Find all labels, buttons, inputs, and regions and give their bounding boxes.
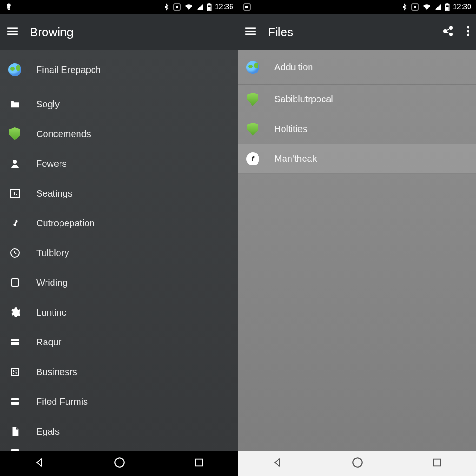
svg-rect-1 — [8, 9, 10, 10]
phone-right: 12:30 Files Addultion Sabiblutrpocal Hol… — [238, 0, 476, 476]
nav-item-luntinc[interactable]: Luntinc — [0, 298, 238, 327]
signal-icon — [434, 3, 442, 11]
hamburger-icon[interactable] — [7, 25, 19, 39]
nav-item-businesrs[interactable]: SBusinesrs — [0, 357, 238, 387]
square-icon — [8, 276, 21, 289]
status-time: 12:36 — [215, 3, 233, 11]
svg-point-39 — [467, 30, 469, 33]
shield-icon — [8, 127, 21, 140]
home-icon[interactable] — [351, 456, 364, 470]
svg-rect-5 — [208, 3, 210, 4]
nav-item-fited-furmis[interactable]: Fited Furmis — [0, 387, 238, 416]
svg-point-41 — [353, 458, 362, 467]
svg-point-35 — [450, 26, 452, 29]
svg-rect-42 — [433, 459, 440, 466]
phone-left: 12:36 Browing Finail Erepapch Sogly Conc… — [0, 0, 238, 476]
chart-icon — [8, 187, 21, 200]
share-icon[interactable] — [443, 26, 454, 39]
nav-item-label: Raqur — [36, 337, 61, 348]
home-icon[interactable] — [113, 456, 126, 470]
svg-rect-8 — [7, 27, 18, 29]
nav-item-label: Egals — [36, 426, 60, 437]
nav-item-label: Seatings — [36, 188, 73, 199]
nav-item-label: Luntinc — [36, 307, 66, 318]
nav-item-tulblory[interactable]: Tulblory — [0, 238, 238, 268]
nav-item-cutropepation[interactable]: Cutropepation — [0, 208, 238, 238]
svg-rect-16 — [11, 341, 19, 342]
back-icon[interactable] — [34, 457, 45, 470]
screenshot-icon — [173, 3, 181, 11]
nav-item-finail-erepapch[interactable]: Finail Erepapch — [0, 50, 238, 89]
signal-icon — [196, 3, 204, 11]
svg-point-36 — [444, 30, 447, 33]
doc-icon — [8, 425, 21, 438]
app-badge-icon — [5, 3, 13, 11]
globe-icon — [246, 61, 259, 74]
file-item-label: Man'theak — [274, 153, 317, 164]
nav-item-label: Fowers — [36, 159, 67, 169]
screenshot-icon — [243, 3, 251, 11]
svg-rect-23 — [195, 459, 202, 466]
file-item-sabiblutrpocal[interactable]: Sabiblutrpocal — [238, 85, 476, 114]
person-icon — [8, 157, 21, 170]
file-item-label: Holtities — [274, 124, 307, 134]
circle-f-icon: f — [246, 152, 259, 165]
nav-list: Finail Erepapch Sogly Concemends Fowers … — [0, 50, 238, 451]
bluetooth-icon — [401, 3, 408, 11]
bluetooth-icon — [163, 3, 170, 11]
svg-rect-34 — [245, 33, 256, 35]
shield-icon — [246, 123, 259, 136]
page-title: Files — [268, 25, 293, 40]
svg-text:S: S — [13, 369, 17, 376]
svg-point-11 — [13, 160, 17, 164]
nav-item-wriding[interactable]: Wriding — [0, 268, 238, 298]
svg-rect-14 — [11, 279, 19, 286]
system-nav-bar — [0, 451, 238, 476]
svg-point-40 — [467, 34, 469, 36]
nav-item-fowers[interactable]: Fowers — [0, 149, 238, 178]
nav-item-label: Fited Furmis — [36, 397, 88, 407]
gear-icon — [8, 306, 21, 319]
recents-icon[interactable] — [432, 457, 442, 469]
screenshot-icon — [411, 3, 419, 11]
wifi-icon — [422, 3, 431, 11]
file-item-label: Addultion — [274, 62, 313, 73]
nav-item-label: Finail Erepapch — [36, 65, 101, 75]
wifi-icon — [184, 3, 193, 11]
nav-item-sogly[interactable]: Sogly — [0, 89, 238, 119]
status-bar: 12:36 — [0, 0, 238, 14]
nav-item-label: Cutropepation — [36, 218, 95, 229]
svg-rect-25 — [246, 6, 248, 8]
nav-item-label: Sogly — [36, 99, 60, 110]
recents-icon[interactable] — [194, 457, 204, 469]
svg-rect-32 — [245, 27, 256, 29]
nav-item-label: Businesrs — [36, 367, 77, 377]
svg-rect-20 — [11, 400, 19, 402]
nav-item-seatings[interactable]: Seatings — [0, 178, 238, 208]
svg-rect-7 — [208, 7, 210, 10]
svg-rect-29 — [446, 3, 448, 4]
nav-item-concemends[interactable]: Concemends — [0, 119, 238, 149]
globe-icon — [8, 63, 21, 76]
back-icon[interactable] — [272, 457, 283, 470]
file-list: Addultion Sabiblutrpocal Holtities fMan'… — [238, 50, 476, 451]
svg-rect-0 — [7, 7, 10, 9]
battery-icon — [444, 3, 450, 11]
file-item-label: Sabiblutrpocal — [274, 94, 333, 105]
overflow-icon[interactable] — [467, 26, 469, 39]
svg-rect-27 — [414, 6, 416, 8]
svg-rect-3 — [176, 6, 178, 8]
shield-icon — [246, 93, 259, 106]
svg-rect-9 — [7, 31, 18, 32]
card-icon — [8, 395, 21, 408]
file-item-addultion[interactable]: Addultion — [238, 50, 476, 85]
file-item-holtities[interactable]: Holtities — [238, 114, 476, 144]
hamburger-icon[interactable] — [245, 25, 257, 39]
nav-item-raqur[interactable]: Raqur — [0, 327, 238, 357]
nav-item-egals[interactable]: Egals — [0, 416, 238, 446]
file-item-mantheak[interactable]: fMan'theak — [238, 144, 476, 174]
svg-point-37 — [450, 33, 452, 36]
nav-item-overflow[interactable] — [0, 446, 238, 451]
battery-icon — [206, 3, 212, 11]
status-time: 12:30 — [453, 3, 471, 11]
